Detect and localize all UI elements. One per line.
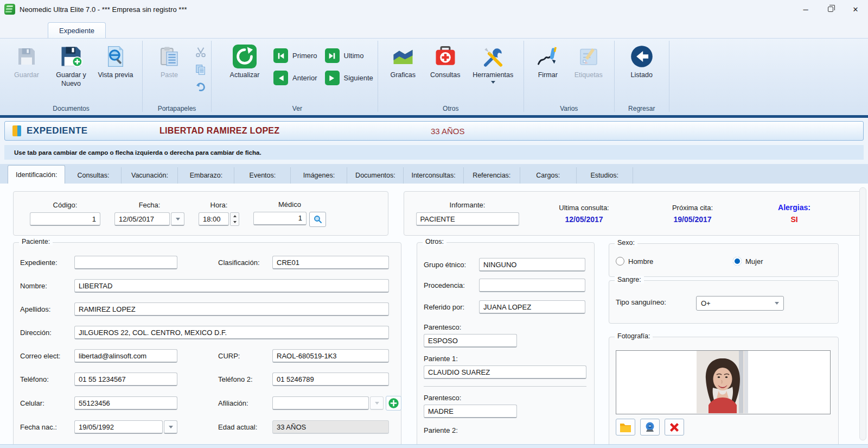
consultas-button[interactable]: Consultas bbox=[424, 41, 467, 80]
pariente1-label: Pariente 1: bbox=[424, 355, 458, 363]
parentesco2-label: Parentesco: bbox=[424, 394, 461, 402]
group-label-regresar: Regresar bbox=[619, 103, 665, 115]
minimize-button[interactable]: ─ bbox=[793, 0, 818, 18]
afiliacion-input[interactable] bbox=[272, 396, 369, 410]
tab-documentos[interactable]: Documentos: bbox=[347, 167, 404, 184]
ribbon-tab-strip: Expediente bbox=[0, 18, 868, 38]
etiquetas-button[interactable]: Etiquetas bbox=[567, 41, 610, 80]
fecha-nac-label: Fecha nac.: bbox=[20, 423, 74, 431]
record-header: EXPEDIENTE LIBERTAD RAMIREZ LOPEZ 33 AÑO… bbox=[4, 121, 864, 141]
tab-cargos[interactable]: Cargos: bbox=[520, 167, 577, 184]
proxima-cita-label: Próxima cita: bbox=[672, 204, 713, 212]
tab-interconsultas[interactable]: Interconsultas: bbox=[404, 167, 463, 184]
delete-x-icon bbox=[668, 421, 681, 434]
copy-icon bbox=[195, 64, 207, 75]
close-button[interactable]: ✕ bbox=[843, 0, 868, 18]
fecha-nac-input[interactable] bbox=[74, 420, 163, 434]
telefono-input[interactable] bbox=[74, 373, 177, 386]
siguiente-button[interactable]: Siguiente bbox=[325, 71, 373, 85]
radio-mujer[interactable]: Mujer bbox=[733, 257, 763, 266]
telefono2-input[interactable] bbox=[272, 373, 389, 386]
hint-bar: Use tab para cambiar de campo o flecha i… bbox=[4, 144, 864, 160]
group-label-varios: Varios bbox=[528, 103, 610, 115]
radio-hombre[interactable]: Hombre bbox=[616, 257, 653, 266]
anterior-button[interactable]: Anterior bbox=[273, 71, 317, 85]
vista-previa-button[interactable]: Vista previa bbox=[93, 41, 138, 80]
hora-input[interactable] bbox=[199, 212, 229, 226]
save-icon bbox=[15, 44, 39, 69]
ribbon-tab-expediente[interactable]: Expediente bbox=[48, 22, 106, 38]
afiliacion-add-button[interactable] bbox=[386, 396, 401, 411]
radio-icon-mujer bbox=[733, 257, 742, 266]
parentesco1-input[interactable] bbox=[424, 334, 517, 348]
mujer-label: Mujer bbox=[745, 257, 763, 266]
parentesco2-input[interactable] bbox=[424, 405, 517, 418]
skip-last-icon bbox=[325, 48, 340, 63]
chart-icon bbox=[391, 44, 415, 69]
afiliacion-dropdown-button[interactable] bbox=[370, 396, 384, 410]
clasificacion-input[interactable] bbox=[272, 256, 389, 269]
tab-embarazo[interactable]: Embarazo: bbox=[178, 167, 234, 184]
pariente1-input[interactable] bbox=[424, 365, 586, 379]
vertical-scrollbar[interactable] bbox=[859, 187, 866, 440]
fecha-input[interactable] bbox=[114, 212, 170, 226]
apellidos-input[interactable] bbox=[74, 302, 389, 316]
celular-input[interactable] bbox=[74, 396, 177, 410]
tab-referencias[interactable]: Referencias: bbox=[464, 167, 520, 184]
photo-webcam-button[interactable] bbox=[640, 419, 660, 436]
referido-por-input[interactable] bbox=[479, 300, 585, 314]
tab-imagenes[interactable]: Imágenes: bbox=[291, 167, 347, 184]
undo-button[interactable] bbox=[195, 81, 207, 94]
paciente-box-title: Paciente: bbox=[19, 238, 53, 245]
restore-button[interactable] bbox=[818, 0, 843, 18]
app-logo-icon bbox=[4, 4, 15, 15]
medico-search-button[interactable] bbox=[309, 212, 326, 227]
cut-button[interactable] bbox=[195, 46, 207, 60]
tab-vacunacion[interactable]: Vacunación: bbox=[122, 167, 178, 184]
firmar-button[interactable]: Firmar bbox=[528, 41, 567, 80]
celular-label: Celular: bbox=[20, 399, 74, 407]
copy-button[interactable] bbox=[195, 64, 207, 77]
codigo-input[interactable] bbox=[30, 212, 100, 226]
tab-eventos[interactable]: Eventos: bbox=[234, 167, 291, 184]
tab-estudios[interactable]: Estudios: bbox=[577, 167, 633, 184]
tipo-sanguineo-select[interactable]: O+ bbox=[696, 296, 784, 311]
tipo-sanguineo-label: Tipo sanguíneo: bbox=[616, 298, 666, 306]
photo-open-button[interactable] bbox=[616, 419, 635, 436]
guardar-button[interactable]: Guardar bbox=[4, 41, 49, 80]
hora-spinner[interactable] bbox=[230, 212, 239, 226]
labels-icon bbox=[577, 44, 601, 69]
curp-label: CURP: bbox=[218, 352, 272, 360]
informante-input[interactable] bbox=[416, 212, 519, 226]
radio-icon-hombre bbox=[616, 257, 624, 266]
correo-label: Correo elect: bbox=[20, 352, 74, 360]
tab-identificacion[interactable]: Identificación: bbox=[8, 165, 65, 184]
medico-input[interactable] bbox=[253, 212, 307, 225]
guardar-y-nuevo-button[interactable]: Guardar y Nuevo bbox=[49, 41, 93, 88]
actualizar-button[interactable]: Actualizar bbox=[221, 41, 268, 80]
chevron-down-icon bbox=[375, 402, 379, 405]
graficas-button[interactable]: Graficas bbox=[382, 41, 424, 80]
fotografia-box: Fotografía: bbox=[609, 337, 839, 444]
sexo-box: Sexo: Hombre Mujer bbox=[609, 243, 839, 277]
fecha-nac-dropdown-button[interactable] bbox=[164, 420, 177, 434]
nombre-input[interactable] bbox=[74, 279, 389, 293]
curp-input[interactable] bbox=[272, 349, 389, 363]
ribbon-group-documentos: Guardar Guardar y Nuevo Vista previa Doc… bbox=[0, 39, 142, 115]
paste-button[interactable]: Paste bbox=[147, 41, 192, 80]
listado-button[interactable]: Listado bbox=[619, 41, 665, 80]
expediente-input[interactable] bbox=[74, 256, 177, 269]
primero-button[interactable]: Primero bbox=[273, 48, 317, 63]
direccion-label: Dirección: bbox=[20, 329, 74, 337]
herramientas-button[interactable]: Herramientas bbox=[467, 41, 519, 84]
tab-consultas[interactable]: Consultas: bbox=[65, 167, 122, 184]
direccion-input[interactable] bbox=[74, 326, 389, 339]
photo-delete-button[interactable] bbox=[665, 419, 684, 436]
group-label-ver: Ver bbox=[221, 103, 373, 115]
procedencia-input[interactable] bbox=[479, 279, 585, 292]
grupo-etnico-input[interactable] bbox=[479, 258, 585, 272]
fecha-dropdown-button[interactable] bbox=[171, 212, 184, 226]
ultimo-button[interactable]: Ultimo bbox=[325, 48, 373, 63]
next-icon bbox=[325, 71, 340, 85]
correo-input[interactable] bbox=[74, 349, 177, 363]
